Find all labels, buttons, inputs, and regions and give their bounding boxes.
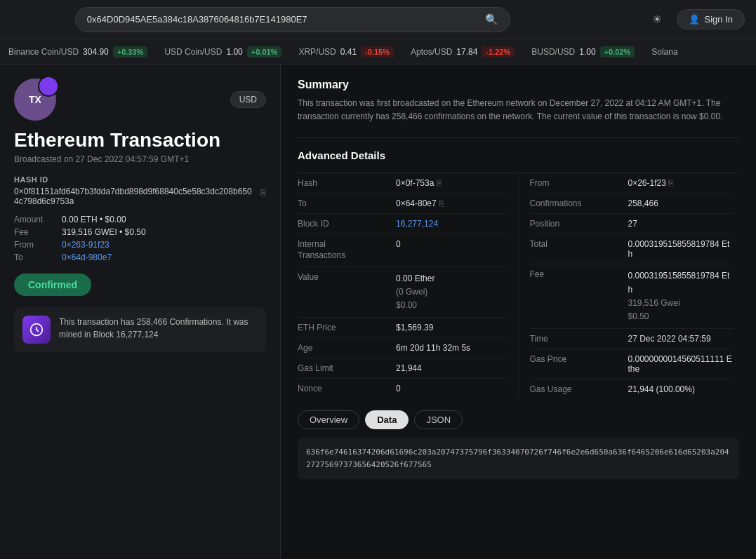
detail-val-to: 0×64-80e7 ⎘ xyxy=(396,198,507,208)
detail-val-blockid[interactable]: 16,277,124 xyxy=(396,219,507,229)
divider xyxy=(298,137,739,138)
detail-key-from: From xyxy=(530,178,628,188)
detail-val-fee: 0.000319515855819784 Eth319,516 Gwei$0.5… xyxy=(628,269,734,323)
detail-key-internal: InternalTransactions xyxy=(298,239,396,261)
amount-value: 0.00 ETH • $0.00 xyxy=(62,215,266,224)
detail-row-nonce: Nonce 0 xyxy=(298,379,507,398)
detail-key-blockid: Block ID xyxy=(298,219,396,229)
detail-key-ethprice: ETH Price xyxy=(298,323,396,332)
detail-key-gaslimit: Gas Limit xyxy=(298,363,396,373)
amount-label: Amount xyxy=(14,215,56,224)
copy-icon[interactable]: ⎘ xyxy=(437,178,442,188)
detail-row-confirmations: Confirmations 258,466 xyxy=(530,194,734,214)
tabs-bar: Overview Data JSON xyxy=(298,410,739,429)
notification-icon xyxy=(22,316,51,344)
ticker-item-busd: BUSD/USD 1.00 +0.02% xyxy=(531,46,635,58)
detail-val-gasprice: 0.0000000014560511111 Ethe xyxy=(628,354,734,374)
detail-val-internal: 0 xyxy=(396,239,507,249)
ticker-change: +0.01% xyxy=(247,46,282,58)
detail-val-ethprice: $1,569.39 xyxy=(396,323,507,332)
detail-val-value: 0.00 Ether(0 Gwei)$0.00 xyxy=(396,272,507,313)
hash-label: Hash ID xyxy=(14,175,266,184)
detail-key-total: Total xyxy=(530,239,628,249)
tab-json[interactable]: JSON xyxy=(414,410,463,429)
to-value[interactable]: 0×64d-980e7 xyxy=(62,252,266,262)
ticker-item-aptos: Aptos/USD 17.84 -1.22% xyxy=(411,46,515,58)
copy-icon[interactable]: ⎘ xyxy=(668,178,673,188)
detail-val-gaslimit: 21,944 xyxy=(396,363,507,373)
detail-row-fee: Fee 0.000319515855819784 Eth319,516 Gwei… xyxy=(530,264,734,329)
theme-toggle-button[interactable]: ☀ xyxy=(646,8,668,31)
detail-val-time: 27 Dec 2022 04:57:59 xyxy=(628,334,734,344)
currency-toggle-button[interactable]: USD xyxy=(230,91,266,108)
ticker-change: -0.15% xyxy=(361,46,394,58)
detail-row-total: Total 0.000319515855819784 Eth xyxy=(530,234,734,264)
detail-row-time: Time 27 Dec 2022 04:57:59 xyxy=(530,329,734,349)
details-right-col: From 0×26-1f23 ⎘ Confirmations 258,466 P… xyxy=(519,173,740,399)
tab-data[interactable]: Data xyxy=(365,410,409,429)
detail-val-hash: 0×0f-753a ⎘ xyxy=(396,178,507,188)
detail-row-gaslimit: Gas Limit 21,944 xyxy=(298,358,507,379)
detail-val-nonce: 0 xyxy=(396,384,507,393)
tx-broadcast: Broadcasted on 27 Dec 2022 04:57:59 GMT+… xyxy=(14,154,266,164)
detail-val-gasusage: 21,944 (100.00%) xyxy=(628,384,734,394)
ticker-item-sol: Solana xyxy=(651,47,677,57)
detail-key-time: Time xyxy=(530,334,628,344)
notification-text: This transaction has 258,466 Confirmatio… xyxy=(59,316,258,341)
summary-section: Summary This transaction was first broad… xyxy=(298,79,739,123)
detail-key-position: Position xyxy=(530,219,628,229)
ticker-change: +0.02% xyxy=(600,46,635,58)
detail-key-fee: Fee xyxy=(530,269,628,279)
nav-icons: ☀ 👤 Sign In xyxy=(646,8,744,31)
from-value[interactable]: 0×263-91f23 xyxy=(62,240,266,250)
left-panel: TX USD Ethereum Transaction Broadcasted … xyxy=(0,65,281,559)
ticker-name: XRP/USD xyxy=(298,47,336,57)
detail-row-hash: Hash 0×0f-753a ⎘ xyxy=(298,173,507,194)
details-left-col: Hash 0×0f-753a ⎘ To 0×64-80e7 ⎘ Block ID… xyxy=(298,173,519,399)
ticker-name: USD Coin/USD xyxy=(164,47,222,57)
fee-value: 319,516 GWEI • $0.50 xyxy=(62,227,266,237)
ticker-price: 17.84 xyxy=(456,47,477,57)
right-panel: Summary This transaction was first broad… xyxy=(281,65,756,559)
tx-initials: TX xyxy=(29,94,41,105)
detail-key-nonce: Nonce xyxy=(298,384,396,393)
ticker-change: -1.22% xyxy=(482,46,515,58)
tx-avatar: TX xyxy=(14,79,56,121)
detail-key-confirmations: Confirmations xyxy=(530,198,628,208)
detail-key-hash: Hash xyxy=(298,178,396,188)
detail-val-from: 0×26-1f23 ⎘ xyxy=(628,178,734,188)
main-layout: TX USD Ethereum Transaction Broadcasted … xyxy=(0,65,756,559)
tx-title: Ethereum Transaction xyxy=(14,129,266,151)
tx-header: TX USD xyxy=(14,79,266,121)
ticker-item-usd: USD Coin/USD 1.00 +0.01% xyxy=(164,46,281,58)
ticker-price: 304.90 xyxy=(83,47,109,57)
ticker-item-bnb: Binance Coin/USD 304.90 +0.33% xyxy=(8,46,147,58)
from-label: From xyxy=(14,240,56,250)
copy-icon[interactable]: ⎘ xyxy=(439,198,444,208)
search-bar[interactable]: 🔍 xyxy=(75,7,510,32)
data-content: 636f6e74616374206d61696c203a20747375796f… xyxy=(298,438,739,479)
info-grid: Amount 0.00 ETH • $0.00 Fee 319,516 GWEI… xyxy=(14,215,266,262)
summary-text: This transaction was first broadcasted o… xyxy=(298,97,739,123)
detail-row-from: From 0×26-1f23 ⎘ xyxy=(530,173,734,194)
detail-key-gasprice: Gas Price xyxy=(530,354,628,364)
ticker-name: Solana xyxy=(651,47,677,57)
sign-in-button[interactable]: 👤 Sign In xyxy=(677,9,744,29)
copy-hash-icon[interactable]: ⎘ xyxy=(260,187,266,198)
ticker-bar: Binance Coin/USD 304.90 +0.33% USD Coin/… xyxy=(0,39,756,65)
tab-overview[interactable]: Overview xyxy=(298,410,359,429)
search-icon[interactable]: 🔍 xyxy=(485,13,498,26)
search-input[interactable] xyxy=(87,14,479,25)
detail-key-to: To xyxy=(298,198,396,208)
confirmed-button[interactable]: Confirmed xyxy=(14,274,91,296)
ticker-price: 0.41 xyxy=(340,47,357,57)
summary-title: Summary xyxy=(298,79,739,91)
detail-row-to: To 0×64-80e7 ⎘ xyxy=(298,194,507,214)
detail-val-confirmations: 258,466 xyxy=(628,198,734,208)
detail-row-gasusage: Gas Usage 21,944 (100.00%) xyxy=(530,379,734,399)
ticker-name: BUSD/USD xyxy=(531,47,575,57)
detail-row-age: Age 6m 20d 11h 32m 5s xyxy=(298,338,507,358)
detail-val-age: 6m 20d 11h 32m 5s xyxy=(396,343,507,353)
detail-row-blockid: Block ID 16,277,124 xyxy=(298,214,507,234)
topnav: 🔍 ☀ 👤 Sign In xyxy=(0,0,756,39)
